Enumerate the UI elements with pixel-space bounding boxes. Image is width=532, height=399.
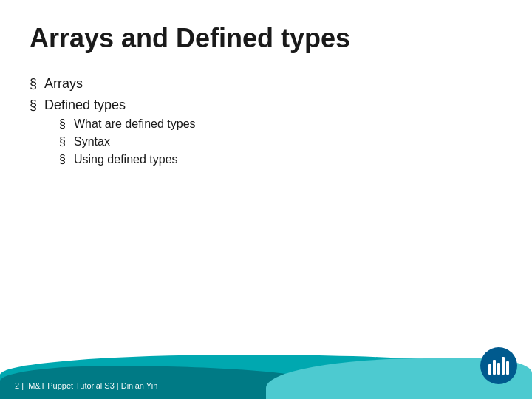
csiro-bar-1 [488, 364, 491, 375]
slide-title: Arrays and Defined types [30, 22, 502, 54]
footer-sep2: | [117, 381, 119, 390]
csiro-logo [480, 347, 517, 384]
footer-course: IM&T Puppet Tutorial S3 [26, 381, 115, 390]
sub-bullet-what: What are defined types [59, 117, 502, 131]
csiro-bars-icon [488, 357, 509, 375]
csiro-bar-2 [493, 360, 496, 375]
bullet-defined-types: Defined types What are defined types Syn… [30, 98, 502, 166]
bullet-arrays: Arrays [30, 76, 502, 92]
footer-sep1: | [21, 381, 24, 390]
footer-author: Dinian Yin [121, 381, 158, 390]
sub-bullet-using: Using defined types [59, 153, 502, 166]
page-number: 2 [15, 381, 19, 390]
sub-bullet-syntax: Syntax [59, 135, 502, 149]
csiro-bar-3 [497, 363, 500, 375]
csiro-bar-5 [506, 361, 509, 375]
footer-text: 2 | IM&T Puppet Tutorial S3 | Dinian Yin [15, 381, 157, 390]
main-bullet-list: Arrays Defined types What are defined ty… [30, 76, 502, 166]
csiro-bar-4 [502, 357, 505, 375]
content-area: Arrays and Defined types Arrays Defined … [0, 0, 532, 187]
slide: Arrays and Defined types Arrays Defined … [0, 0, 532, 399]
footer-area: 2 | IM&T Puppet Tutorial S3 | Dinian Yin [0, 340, 532, 399]
sub-bullet-list: What are defined types Syntax Using defi… [59, 117, 502, 166]
